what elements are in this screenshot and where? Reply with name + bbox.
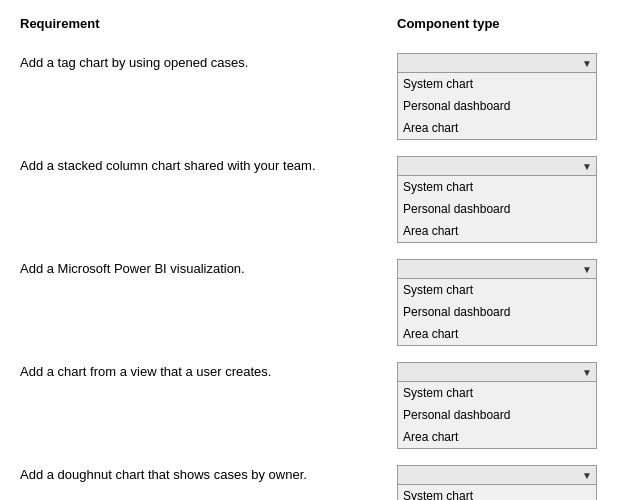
question-row-2: Add a stacked column chart shared with y…: [20, 156, 597, 243]
rows-container: Add a tag chart by using opened cases.▼S…: [20, 53, 597, 500]
question-row-1: Add a tag chart by using opened cases.▼S…: [20, 53, 597, 140]
dropdown-header-3[interactable]: ▼: [397, 259, 597, 279]
component-type-header: Component type: [397, 16, 597, 31]
dropdown-arrow-icon-2: ▼: [582, 161, 592, 172]
dropdown-header-1[interactable]: ▼: [397, 53, 597, 73]
dropdown-arrow-icon-4: ▼: [582, 367, 592, 378]
dropdown-list-5: System chartPersonal dashboardArea chart: [397, 485, 597, 500]
dropdown-option-2-2[interactable]: Personal dashboard: [398, 198, 596, 220]
question-row-3: Add a Microsoft Power BI visualization.▼…: [20, 259, 597, 346]
dropdown-option-4-1[interactable]: System chart: [398, 382, 596, 404]
dropdown-arrow-icon-3: ▼: [582, 264, 592, 275]
requirement-text-3: Add a Microsoft Power BI visualization.: [20, 259, 397, 276]
dropdown-arrow-icon-1: ▼: [582, 58, 592, 69]
dropdown-list-2: System chartPersonal dashboardArea chart: [397, 176, 597, 243]
dropdown-container-5: ▼System chartPersonal dashboardArea char…: [397, 465, 597, 500]
dropdown-container-3: ▼System chartPersonal dashboardArea char…: [397, 259, 597, 346]
dropdown-container-1: ▼System chartPersonal dashboardArea char…: [397, 53, 597, 140]
requirement-text-5: Add a doughnut chart that shows cases by…: [20, 465, 397, 482]
dropdown-option-3-3[interactable]: Area chart: [398, 323, 596, 345]
dropdown-container-2: ▼System chartPersonal dashboardArea char…: [397, 156, 597, 243]
requirement-text-4: Add a chart from a view that a user crea…: [20, 362, 397, 379]
dropdown-list-3: System chartPersonal dashboardArea chart: [397, 279, 597, 346]
dropdown-option-2-3[interactable]: Area chart: [398, 220, 596, 242]
dropdown-header-5[interactable]: ▼: [397, 465, 597, 485]
dropdown-option-4-2[interactable]: Personal dashboard: [398, 404, 596, 426]
dropdown-option-1-2[interactable]: Personal dashboard: [398, 95, 596, 117]
requirement-header: Requirement: [20, 16, 397, 31]
requirement-text-2: Add a stacked column chart shared with y…: [20, 156, 397, 173]
dropdown-container-4: ▼System chartPersonal dashboardArea char…: [397, 362, 597, 449]
dropdown-option-1-3[interactable]: Area chart: [398, 117, 596, 139]
table-header: Requirement Component type: [20, 16, 597, 35]
question-row-5: Add a doughnut chart that shows cases by…: [20, 465, 597, 500]
question-row-4: Add a chart from a view that a user crea…: [20, 362, 597, 449]
dropdown-option-2-1[interactable]: System chart: [398, 176, 596, 198]
dropdown-arrow-icon-5: ▼: [582, 470, 592, 481]
dropdown-option-3-2[interactable]: Personal dashboard: [398, 301, 596, 323]
dropdown-option-5-1[interactable]: System chart: [398, 485, 596, 500]
requirement-text-1: Add a tag chart by using opened cases.: [20, 53, 397, 70]
dropdown-option-3-1[interactable]: System chart: [398, 279, 596, 301]
dropdown-header-2[interactable]: ▼: [397, 156, 597, 176]
dropdown-list-4: System chartPersonal dashboardArea chart: [397, 382, 597, 449]
dropdown-header-4[interactable]: ▼: [397, 362, 597, 382]
dropdown-option-4-3[interactable]: Area chart: [398, 426, 596, 448]
dropdown-option-1-1[interactable]: System chart: [398, 73, 596, 95]
dropdown-list-1: System chartPersonal dashboardArea chart: [397, 73, 597, 140]
